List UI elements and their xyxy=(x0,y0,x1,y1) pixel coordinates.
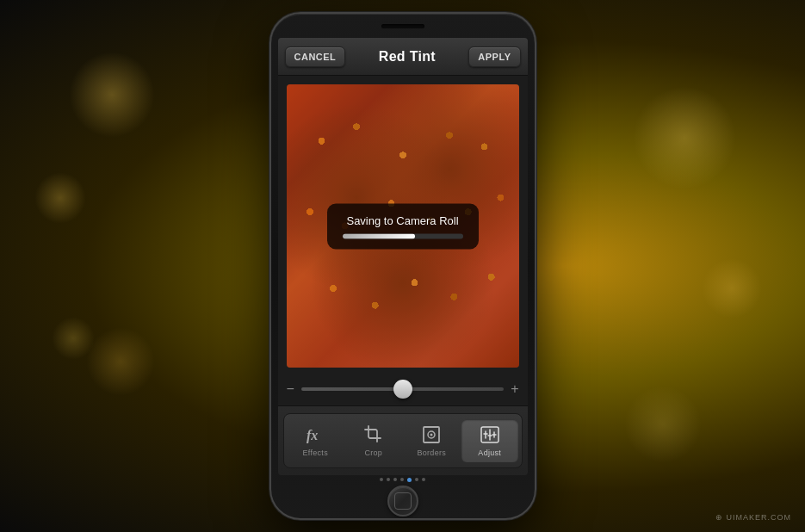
progress-bar-track xyxy=(343,233,463,238)
phone-top xyxy=(271,14,535,38)
header-bar: CANCEL Red Tint APPLY xyxy=(278,38,528,76)
saving-text: Saving to Camera Roll xyxy=(346,213,458,226)
adjust-icon xyxy=(480,424,500,445)
crop-label: Crop xyxy=(364,448,382,457)
adjust-label: Adjust xyxy=(478,448,501,457)
page-dot-4 xyxy=(407,478,412,482)
watermark: ⊕ UIMAKER.COM xyxy=(715,513,791,522)
svg-point-3 xyxy=(430,434,433,436)
page-dot-5 xyxy=(415,478,418,481)
zoom-out-icon[interactable]: − xyxy=(287,382,294,396)
screen: CANCEL Red Tint APPLY Saving to Camera R… xyxy=(278,38,528,475)
crop-button[interactable]: Crop xyxy=(345,419,402,462)
bokeh-circle-5 xyxy=(702,258,762,319)
page-dots xyxy=(380,478,425,482)
effects-icon: fx xyxy=(305,424,325,445)
zoom-slider-track[interactable] xyxy=(301,387,504,391)
page-dot-3 xyxy=(400,478,404,481)
speaker-grill xyxy=(381,24,424,28)
page-dot-1 xyxy=(387,478,390,481)
zoom-in-icon[interactable]: + xyxy=(511,382,518,396)
zoom-slider-thumb[interactable] xyxy=(393,380,412,399)
image-preview: Saving to Camera Roll xyxy=(287,84,519,368)
cancel-button[interactable]: CANCEL xyxy=(285,46,346,67)
effects-button[interactable]: fx Effects xyxy=(288,419,344,462)
borders-button[interactable]: Borders xyxy=(404,419,461,462)
borders-label: Borders xyxy=(417,448,446,457)
bokeh-circle-4 xyxy=(633,86,736,189)
progress-bar-fill xyxy=(343,233,415,238)
screen-title: Red Tint xyxy=(379,49,436,65)
bokeh-circle-2 xyxy=(34,172,86,224)
adjust-button[interactable]: Adjust xyxy=(461,419,518,462)
phone-device: CANCEL Red Tint APPLY Saving to Camera R… xyxy=(269,12,536,520)
borders-icon xyxy=(421,424,442,445)
phone-bottom xyxy=(271,475,535,518)
crop-icon xyxy=(363,424,384,445)
toolbar-inner: fx Effects Crop xyxy=(283,413,523,468)
effects-label: Effects xyxy=(303,448,328,457)
bokeh-circle-1 xyxy=(69,52,155,138)
page-dot-6 xyxy=(422,478,425,481)
apply-button[interactable]: APPLY xyxy=(468,46,520,67)
bokeh-circle-6 xyxy=(624,386,702,463)
home-button[interactable] xyxy=(387,486,418,517)
zoom-slider-section: − + xyxy=(278,373,528,405)
home-button-inner xyxy=(394,492,412,510)
page-dot-0 xyxy=(380,478,383,481)
bokeh-circle-7 xyxy=(52,317,95,360)
toolbar-section: fx Effects Crop xyxy=(278,405,528,475)
page-dot-2 xyxy=(393,478,397,481)
svg-text:fx: fx xyxy=(307,428,318,443)
saving-overlay: Saving to Camera Roll xyxy=(327,203,479,249)
bokeh-circle-3 xyxy=(86,327,155,396)
